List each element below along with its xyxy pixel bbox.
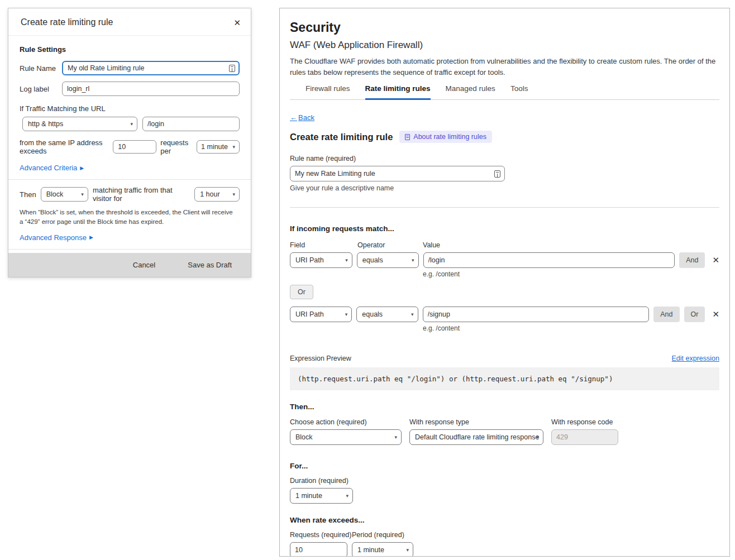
advanced-response-label: Advanced Response: [20, 233, 87, 242]
tab-firewall-rules[interactable]: Firewall rules: [306, 84, 350, 99]
disclosure-icon: ▶: [80, 165, 84, 171]
rule-name-help: Give your rule a descriptive name: [290, 184, 719, 192]
rule-name-input[interactable]: [62, 61, 240, 75]
chevron-down-icon: ▾: [345, 257, 348, 263]
condition-row: URI Path ▾ equals ▾ And ✕: [290, 252, 719, 268]
response-type-select[interactable]: Default Cloudflare rate limiting respons…: [409, 429, 543, 445]
chevron-down-icon: ▾: [130, 121, 133, 127]
chevron-down-icon: ▾: [345, 312, 348, 317]
or-button[interactable]: Or: [684, 307, 705, 322]
waf-tabs: Firewall rules Rate limiting rules Manag…: [290, 84, 719, 100]
traffic-match-label: If Traffic Matching the URL: [20, 104, 240, 113]
requests-label: Requests (required): [290, 531, 352, 539]
operator-select[interactable]: equals ▾: [356, 307, 418, 322]
response-code-input: [551, 429, 618, 445]
chevron-down-icon: ▾: [536, 434, 539, 440]
threshold-mid-label: requests per: [160, 138, 193, 155]
url-input[interactable]: [142, 117, 240, 131]
divider: [8, 179, 251, 180]
save-as-draft-button[interactable]: Save as Draft: [184, 260, 235, 270]
period-select-value: 1 minute: [201, 143, 228, 151]
back-link[interactable]: ← Back: [290, 113, 314, 122]
form-title: Create rate limiting rule: [290, 132, 393, 142]
then-label: Then: [20, 190, 36, 199]
response-code-label: With response code: [551, 418, 613, 426]
field-select[interactable]: URI Path ▾: [290, 252, 352, 268]
action-select[interactable]: Block ▾: [41, 187, 88, 202]
rate-period-select[interactable]: 1 minute ▾: [352, 542, 413, 557]
advanced-criteria-label: Advanced Criteria: [20, 164, 77, 172]
then-section-title: Then...: [290, 403, 719, 411]
form-field-icon: [229, 65, 235, 72]
field-select[interactable]: URI Path ▾: [290, 307, 352, 322]
rule-name-input[interactable]: [290, 166, 505, 181]
log-label-label: Log label: [20, 85, 56, 93]
rate-section-title: When rate exceeds...: [290, 516, 719, 524]
remove-condition-icon[interactable]: ✕: [712, 255, 719, 265]
remove-condition-icon[interactable]: ✕: [712, 309, 719, 319]
tab-rate-limiting-rules[interactable]: Rate limiting rules: [365, 84, 431, 100]
tab-tools[interactable]: Tools: [510, 84, 528, 99]
scheme-select-value: http & https: [28, 120, 63, 128]
expression-code: (http.request.uri.path eq "/login") or (…: [290, 367, 719, 390]
value-column-label: Value: [423, 241, 440, 249]
block-duration-value: 1 hour: [200, 190, 219, 198]
operator-select[interactable]: equals ▾: [357, 252, 419, 268]
screenshot-stage: Create rate limiting rule ✕ Rule Setting…: [0, 0, 735, 560]
then-mid-label: matching traffic from that visitor for: [93, 186, 190, 203]
choose-action-value: Block: [295, 433, 313, 441]
value-input[interactable]: [423, 252, 675, 268]
action-select-value: Block: [46, 190, 64, 198]
rule-settings-heading: Rule Settings: [20, 45, 240, 54]
requests-input[interactable]: [290, 542, 347, 557]
legacy-rate-limit-dialog: Create rate limiting rule ✕ Rule Setting…: [8, 8, 251, 277]
page-title: Security: [290, 20, 719, 35]
back-arrow-icon: ←: [290, 113, 297, 122]
chevron-down-icon: ▾: [81, 192, 84, 197]
divider: [8, 249, 251, 250]
block-duration-select[interactable]: 1 hour ▾: [194, 187, 240, 202]
match-section-title: If incoming requests match...: [290, 224, 719, 233]
cancel-button[interactable]: Cancel: [130, 260, 159, 270]
operator-select-value: equals: [362, 310, 383, 318]
duration-select[interactable]: 1 minute ▾: [290, 488, 353, 504]
about-badge-label: About rate limiting rules: [413, 133, 486, 141]
rule-name-label: Rule name (required): [290, 155, 719, 162]
period-select[interactable]: 1 minute ▾: [197, 140, 240, 154]
condition-row: URI Path ▾ equals ▾ And Or ✕: [290, 307, 719, 322]
value-input[interactable]: [423, 307, 650, 322]
value-hint: e.g. /content: [423, 270, 719, 278]
choose-action-label: Choose action (required): [290, 418, 409, 426]
response-type-label: With response type: [409, 418, 551, 426]
scheme-select[interactable]: http & https ▾: [22, 117, 137, 131]
advanced-response-link[interactable]: Advanced Response ▶: [20, 233, 93, 242]
close-icon[interactable]: ✕: [232, 17, 242, 28]
chevron-down-icon: ▾: [346, 493, 349, 499]
log-label-input[interactable]: [62, 82, 240, 96]
for-section-title: For...: [290, 462, 719, 470]
threshold-input[interactable]: [113, 140, 156, 154]
response-type-value: Default Cloudflare rate limiting respons…: [415, 433, 539, 441]
advanced-criteria-link[interactable]: Advanced Criteria ▶: [20, 164, 84, 172]
about-rate-limiting-badge[interactable]: About rate limiting rules: [399, 131, 492, 143]
chevron-down-icon: ▾: [232, 192, 235, 197]
disclosure-icon: ▶: [89, 234, 93, 240]
document-icon: [405, 134, 410, 140]
dialog-header: Create rate limiting rule ✕: [8, 8, 251, 36]
edit-expression-link[interactable]: Edit expression: [672, 355, 719, 362]
chevron-down-icon: ▾: [394, 434, 397, 440]
and-button[interactable]: And: [679, 252, 705, 268]
period-label: Period (required): [352, 531, 404, 539]
chevron-down-icon: ▾: [406, 547, 409, 553]
form-field-icon: [494, 170, 500, 178]
block-note-text: When “Block” is set, when the threshold …: [20, 208, 236, 227]
chevron-down-icon: ▾: [232, 144, 235, 150]
or-button[interactable]: Or: [290, 285, 313, 299]
and-button[interactable]: And: [653, 307, 679, 322]
back-label: Back: [298, 113, 314, 122]
operator-select-value: equals: [362, 256, 383, 264]
choose-action-select[interactable]: Block ▾: [290, 429, 402, 445]
value-hint: e.g. /content: [423, 324, 719, 332]
tab-managed-rules[interactable]: Managed rules: [446, 84, 495, 99]
chevron-down-icon: ▾: [411, 312, 414, 317]
